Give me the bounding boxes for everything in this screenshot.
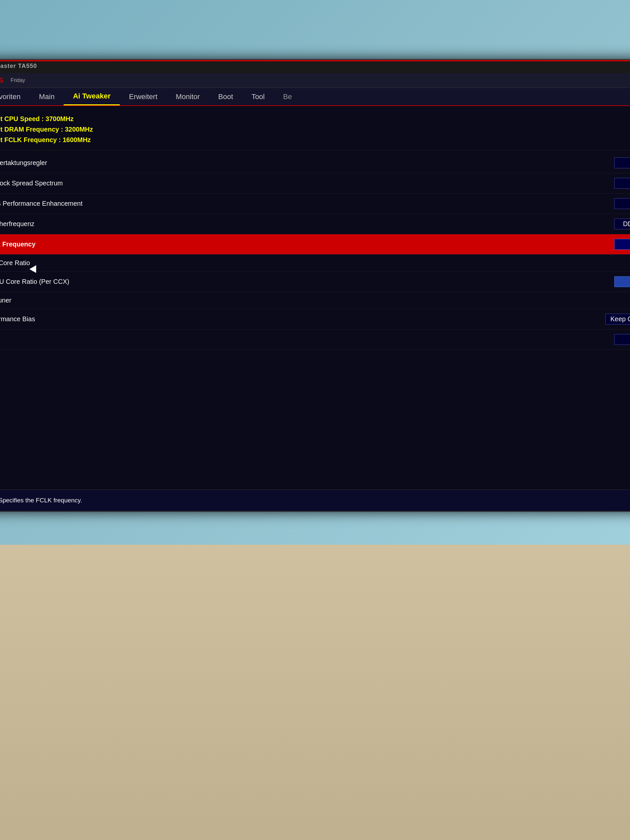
info-bar: i Specifies the FCLK frequency. [0,489,630,511]
bios-content-area: Target CPU Speed : 3700MHz Target DRAM F… [0,106,630,511]
tab-boot[interactable]: Boot [209,88,242,105]
target-info-section: Target CPU Speed : 3700MHz Target DRAM F… [0,111,630,150]
setting-name-cpu-core-ratio: CPU Core Ratio [0,259,30,267]
main-panel: Target CPU Speed : 3700MHz Target DRAM F… [0,106,630,511]
setting-name-speicherfrequenz: Speicherfrequenz [0,220,35,228]
bios-screen: ASUS Friday Favoriten Main Ai Tweaker Er… [0,73,630,511]
setting-sb-clock[interactable]: SB Clock Spread Spectrum Auto [0,173,630,194]
setting-oc-tuner[interactable]: OC Tuner [0,292,630,309]
desk-background [0,545,630,840]
setting-name-fclk-frequency: FCLK Frequency [0,240,35,248]
header-date: Friday [11,77,25,83]
target-cpu-speed: Target CPU Speed : 3700MHz [0,114,630,124]
setting-fclk-frequency[interactable]: FCLK Frequency Auto [0,234,630,255]
setting-name-performance-bias: Performance Bias [0,315,35,323]
setting-ai-ubertaktungsregler[interactable]: AI-Übertaktungsregler Auto [0,153,630,173]
monitor-accent-bar [0,60,630,62]
setting-asus-performance[interactable]: ASUS Performance Enhancement Deaktiviert [0,194,630,214]
monitor-bezel: SyncMaster TA550 ASUS Friday Favoriten M… [0,59,630,512]
tab-main[interactable]: Main [30,88,64,105]
tab-favoriten[interactable]: Favoriten [0,88,30,105]
setting-name-cpu-core-ratio-per-ccx: ▶CPU Core Ratio (Per CCX) [0,278,69,286]
setting-extra-auto[interactable]: Auto [0,330,630,350]
tab-monitor[interactable]: Monitor [167,88,209,105]
tab-ai-tweaker[interactable]: Ai Tweaker [64,88,120,105]
setting-value-asus-performance: Deaktiviert [614,198,630,209]
setting-speicherfrequenz[interactable]: Speicherfrequenz DDR4-3200MHz [0,214,630,234]
monitor-brand-label: SyncMaster TA550 [0,63,37,69]
setting-name-oc-tuner: OC Tuner [0,297,11,304]
setting-name-asus-performance: ASUS Performance Enhancement [0,200,83,207]
setting-value-ai-ubertaktungsregler: Auto [614,158,630,168]
setting-cpu-core-ratio[interactable]: CPU Core Ratio [0,255,630,272]
nav-tabs: Favoriten Main Ai Tweaker Erweitert Moni… [0,88,630,106]
settings-list: AI-Übertaktungsregler Auto SB Clock Spre… [0,153,630,350]
asus-logo: ASUS [0,76,4,85]
tab-be[interactable]: Be [274,88,301,105]
setting-name-sb-clock: SB Clock Spread Spectrum [0,180,63,187]
setting-value-speicherfrequenz: DDR4-3200MHz [614,218,630,229]
target-fclk-freq: Target FCLK Frequency : 1600MHz [0,134,630,145]
setting-value-sb-clock: Auto [614,178,630,189]
target-dram-freq: Target DRAM Frequency : 3200MHz [0,124,630,134]
info-text: Specifies the FCLK frequency. [0,497,82,504]
bios-header: ASUS Friday [0,73,630,88]
setting-value-performance-bias: Keep Current Settings [605,314,630,325]
setting-cpu-core-ratio-per-ccx[interactable]: ▶CPU Core Ratio (Per CCX) Auto [0,272,630,292]
setting-name-ai-ubertaktungsregler: AI-Übertaktungsregler [0,159,47,167]
setting-value-fclk-frequency: Auto [614,239,630,250]
tab-tool[interactable]: Tool [242,88,274,105]
tab-erweitert[interactable]: Erweitert [120,88,167,105]
monitor-container: SyncMaster TA550 ASUS Friday Favoriten M… [0,59,630,131]
setting-value-extra-auto: Auto [614,334,630,345]
setting-value-cpu-core-ratio-per-ccx: Auto [614,276,630,287]
setting-performance-bias[interactable]: Performance Bias Keep Current Settings [0,309,630,330]
